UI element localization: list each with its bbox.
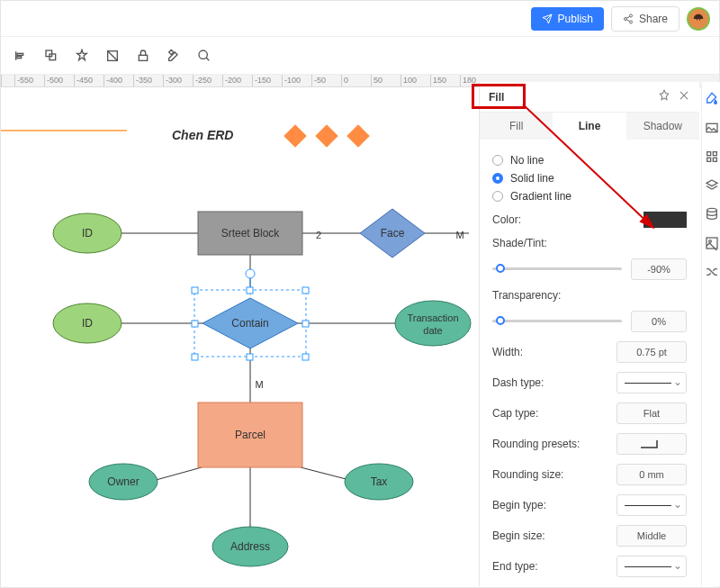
ruler-tick: 150 bbox=[430, 75, 446, 86]
shade-value[interactable]: -90% bbox=[631, 258, 687, 280]
svg-rect-35 bbox=[713, 158, 716, 161]
pin-icon[interactable] bbox=[658, 89, 670, 104]
grid-tool-icon[interactable] bbox=[704, 149, 720, 165]
ruler-tick: 50 bbox=[371, 75, 382, 86]
tab-fill[interactable]: Fill bbox=[480, 113, 553, 140]
svg-line-12 bbox=[108, 50, 118, 60]
svg-point-36 bbox=[706, 208, 716, 212]
rotate-handle[interactable] bbox=[246, 269, 255, 278]
avatar-face-icon bbox=[690, 11, 706, 27]
svg-point-1 bbox=[624, 17, 626, 20]
ellipse-id1-label: ID bbox=[82, 227, 93, 240]
canvas[interactable]: Chen ERD ID Srteet Block 2 bbox=[1, 87, 482, 574]
svg-point-4 bbox=[697, 19, 698, 21]
begin-type-select[interactable] bbox=[616, 494, 687, 516]
cardinality-2: 2 bbox=[316, 230, 321, 240]
cardinality-m2: M bbox=[255, 379, 263, 390]
diagram-svg: ID Srteet Block 2 Face M ID Contain bbox=[1, 87, 482, 587]
svg-point-5 bbox=[699, 19, 701, 21]
dash-label: Dash type: bbox=[492, 376, 544, 389]
transparency-label: Transparency: bbox=[492, 289, 561, 302]
svg-text:date: date bbox=[423, 325, 442, 336]
ruler-tick: -200 bbox=[222, 75, 241, 86]
sel-handle[interactable] bbox=[302, 287, 309, 294]
publish-button[interactable]: Publish bbox=[531, 7, 604, 31]
share-button[interactable]: Share bbox=[611, 6, 680, 32]
tools-icon[interactable] bbox=[165, 47, 183, 65]
avatar[interactable] bbox=[687, 7, 710, 31]
star-icon[interactable] bbox=[73, 47, 91, 65]
rounding-preset-select[interactable] bbox=[616, 433, 687, 455]
properties-panel: Fill Fill Line Shadow No line Solid line… bbox=[479, 82, 699, 586]
transparency-slider[interactable] bbox=[492, 315, 622, 328]
radio-solid-line[interactable]: Solid line bbox=[492, 172, 687, 185]
publish-icon bbox=[542, 14, 553, 24]
panel-body: No line Solid line Gradient line Color: … bbox=[480, 140, 699, 586]
diamond-face-label: Face bbox=[381, 227, 405, 240]
tab-line[interactable]: Line bbox=[553, 113, 626, 140]
image-tool-icon[interactable] bbox=[704, 120, 720, 136]
crop-icon[interactable] bbox=[104, 47, 122, 65]
svg-point-38 bbox=[708, 240, 711, 243]
diamond-contain-label: Contain bbox=[231, 317, 268, 330]
group-icon[interactable] bbox=[42, 47, 60, 65]
ruler-tick: -500 bbox=[44, 75, 63, 86]
svg-rect-34 bbox=[706, 158, 710, 161]
radio-no-line[interactable]: No line bbox=[492, 154, 687, 167]
share-label: Share bbox=[639, 13, 668, 25]
svg-line-15 bbox=[206, 58, 209, 60]
tab-shadow[interactable]: Shadow bbox=[626, 113, 699, 140]
cap-value[interactable]: Flat bbox=[616, 403, 687, 424]
width-value[interactable]: 0.75 pt bbox=[616, 341, 687, 363]
begin-size-value[interactable]: Middle bbox=[616, 525, 687, 547]
publish-label: Publish bbox=[558, 13, 593, 25]
sel-handle[interactable] bbox=[247, 287, 253, 294]
color-label: Color: bbox=[492, 213, 521, 226]
topbar: Publish Share bbox=[1, 1, 719, 37]
close-icon[interactable] bbox=[678, 89, 690, 104]
svg-rect-32 bbox=[706, 152, 710, 156]
radio-gradient-line[interactable]: Gradient line bbox=[492, 190, 687, 203]
cap-label: Cap type: bbox=[492, 407, 538, 420]
end-type-label: End type: bbox=[492, 560, 538, 573]
picture-tool-icon[interactable] bbox=[704, 235, 720, 251]
rect-street-block-label: Srteet Block bbox=[221, 227, 281, 240]
svg-rect-13 bbox=[139, 55, 147, 60]
dash-select[interactable] bbox=[616, 372, 687, 394]
shade-label: Shade/Tint: bbox=[492, 237, 547, 249]
annotation-box bbox=[472, 84, 526, 109]
color-swatch[interactable] bbox=[644, 212, 687, 228]
sel-handle[interactable] bbox=[302, 354, 309, 360]
ellipse-owner-label: Owner bbox=[107, 475, 139, 488]
ellipse-tax-label: Tax bbox=[371, 475, 388, 488]
transparency-value[interactable]: 0% bbox=[631, 311, 687, 332]
sel-handle[interactable] bbox=[247, 354, 253, 360]
ellipse-transaction-date[interactable] bbox=[395, 301, 471, 346]
ruler-tick: 0 bbox=[341, 75, 348, 86]
cardinality-m: M bbox=[455, 230, 464, 240]
sel-handle[interactable] bbox=[192, 354, 198, 360]
sel-handle[interactable] bbox=[192, 287, 198, 294]
lock-icon[interactable] bbox=[134, 47, 152, 65]
align-icon[interactable] bbox=[12, 47, 30, 65]
svg-rect-7 bbox=[17, 53, 23, 55]
shade-slider[interactable] bbox=[492, 263, 622, 276]
shuffle-tool-icon[interactable] bbox=[704, 264, 720, 280]
rect-parcel-label: Parcel bbox=[235, 429, 266, 441]
sel-handle[interactable] bbox=[192, 321, 198, 327]
end-type-select[interactable] bbox=[616, 556, 687, 577]
layers-tool-icon[interactable] bbox=[704, 177, 720, 194]
ruler-tick: -450 bbox=[74, 75, 93, 86]
sel-handle[interactable] bbox=[302, 321, 309, 327]
fill-tool-icon[interactable] bbox=[704, 91, 720, 107]
right-tool-column bbox=[701, 82, 720, 586]
svg-rect-37 bbox=[706, 238, 717, 249]
rounding-size-value[interactable]: 0 mm bbox=[616, 464, 687, 485]
database-tool-icon[interactable] bbox=[704, 206, 720, 222]
ellipse-id2-label: ID bbox=[82, 317, 93, 330]
begin-size-label: Begin size: bbox=[492, 529, 545, 542]
ruler-tick: -350 bbox=[133, 75, 152, 86]
search-icon[interactable] bbox=[195, 47, 213, 65]
svg-point-14 bbox=[199, 50, 207, 59]
width-label: Width: bbox=[492, 346, 523, 358]
